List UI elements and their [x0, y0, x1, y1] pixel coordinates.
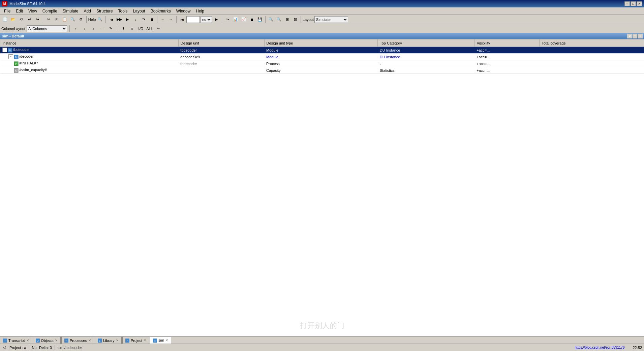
status-div1: [29, 345, 29, 350]
tab-processes[interactable]: P Processes ✕: [61, 337, 94, 344]
help-btn[interactable]: Help: [88, 16, 96, 23]
menu-view[interactable]: View: [26, 8, 40, 14]
time-unit-select[interactable]: nspsus: [201, 16, 212, 23]
find-button[interactable]: 🔍: [69, 16, 76, 23]
col-design-unit: Design unit: [178, 39, 264, 47]
i-btn[interactable]: I: [120, 25, 127, 32]
tab-close-processes[interactable]: ✕: [88, 339, 91, 342]
col-btn4[interactable]: −: [98, 25, 106, 32]
menu-help[interactable]: Help: [193, 8, 207, 14]
design-unit-cell: decoder3x8: [178, 54, 264, 60]
menu-bookmarks[interactable]: Bookmarks: [148, 8, 174, 14]
copy-button[interactable]: ⎘: [53, 16, 60, 23]
menu-tools[interactable]: Tools: [116, 8, 130, 14]
time-input[interactable]: 100: [186, 16, 200, 23]
coverage-button[interactable]: 📈: [240, 16, 247, 23]
col-btn2[interactable]: ↓: [81, 25, 88, 32]
tab-project[interactable]: P Project ✕: [122, 337, 149, 344]
search-tb-button[interactable]: 🔍: [96, 16, 104, 23]
tab-icon-transcript: T: [3, 338, 7, 343]
back-button[interactable]: ←: [159, 16, 166, 23]
zoom-in-button[interactable]: 🔍: [267, 16, 275, 23]
undo-button[interactable]: ↩: [26, 16, 33, 23]
collapse-icon[interactable]: −: [8, 54, 13, 59]
o-btn[interactable]: ○: [128, 25, 136, 32]
tab-objects[interactable]: O Objects ✕: [33, 337, 61, 344]
visibility-cell: +acc=...: [474, 54, 539, 60]
tab-close-objects[interactable]: ✕: [55, 339, 58, 342]
panel-close[interactable]: ✕: [638, 34, 643, 38]
table-row[interactable]: C #vsim_capacity#CapacityStatistics+acc=…: [0, 67, 644, 74]
all-btn[interactable]: ALL: [146, 25, 153, 32]
redo-button[interactable]: ↪: [34, 16, 41, 23]
paste-button[interactable]: 📋: [61, 16, 68, 23]
filter-btn[interactable]: ✏: [155, 25, 162, 32]
compile-all-button[interactable]: ⚙: [77, 16, 85, 23]
run-all-button[interactable]: ▶▶: [116, 16, 123, 23]
minimize-button[interactable]: −: [624, 1, 630, 6]
tab-transcript[interactable]: T Transcript ✕: [0, 337, 32, 344]
forward-button[interactable]: →: [167, 16, 175, 23]
open-button[interactable]: 📂: [9, 16, 17, 23]
status-arrow-left[interactable]: ◁: [2, 345, 7, 350]
collapse-icon[interactable]: −: [2, 48, 7, 52]
svg-text:T: T: [4, 340, 6, 342]
tab-sim[interactable]: s sim ✕: [150, 337, 171, 344]
project-status: Project : a: [9, 346, 26, 350]
tab-close-sim[interactable]: ✕: [165, 339, 168, 342]
col-total-coverage: Total coverage: [540, 39, 644, 47]
svg-text:M: M: [15, 56, 17, 59]
stop2-button[interactable]: ⏹: [248, 16, 255, 23]
menu-add[interactable]: Add: [81, 8, 94, 14]
maximize-button[interactable]: □: [631, 1, 636, 6]
menu-structure[interactable]: Structure: [94, 8, 116, 14]
menu-file[interactable]: File: [1, 8, 13, 14]
refresh-button[interactable]: ↺: [18, 16, 25, 23]
panel-maximize[interactable]: □: [633, 34, 637, 38]
tab-close-project[interactable]: ✕: [144, 339, 146, 342]
app-icon: M: [2, 1, 7, 6]
bp-button[interactable]: ⏭: [178, 16, 186, 23]
menu-simulate[interactable]: Simulate: [60, 8, 81, 14]
menu-compile[interactable]: Compile: [40, 8, 60, 14]
layout-label: Layout: [303, 18, 314, 22]
tab-label-sim: sim: [158, 338, 164, 342]
menu-edit[interactable]: Edit: [13, 8, 26, 14]
io-btn[interactable]: I/O: [137, 25, 145, 32]
tab-library[interactable]: L Library ✕: [95, 337, 122, 344]
zoom-out-button[interactable]: 🔍: [275, 16, 283, 23]
time-run-button[interactable]: ▶: [213, 16, 220, 23]
col-layout-select[interactable]: AllColumns: [27, 25, 67, 32]
tab-close-transcript[interactable]: ✕: [26, 339, 29, 342]
close-button[interactable]: ✕: [637, 1, 642, 6]
menu-layout[interactable]: Layout: [130, 8, 148, 14]
log-button[interactable]: 📊: [232, 16, 239, 23]
col-btn5[interactable]: ✎: [107, 25, 115, 32]
table-row[interactable]: − M idecoderdecoder3x8ModuleDU Instance+…: [0, 54, 644, 60]
restart-button[interactable]: ⏮: [108, 16, 115, 23]
zoom-sel-button[interactable]: ⊡: [292, 16, 299, 23]
run-button[interactable]: ▶: [124, 16, 131, 23]
sep5: [176, 16, 177, 23]
mem-button[interactable]: 💾: [256, 16, 264, 23]
design-unit-cell: [178, 67, 264, 74]
menu-window[interactable]: Window: [174, 8, 193, 14]
step-into-button[interactable]: ↓: [132, 16, 139, 23]
step-over-button[interactable]: ↷: [140, 16, 147, 23]
col-btn1[interactable]: ↑: [72, 25, 80, 32]
table-body: − M tbdecodertbdecoderModuleDU Instance+…: [0, 47, 644, 74]
col-top-category: Top Category: [378, 39, 474, 47]
instance-name: #vsim_capacity#: [20, 68, 47, 72]
status-div2: [55, 345, 55, 350]
layout-select[interactable]: SimulateWaveDebug: [314, 16, 348, 23]
new-button[interactable]: 📄: [1, 16, 9, 23]
tab-close-library[interactable]: ✕: [116, 339, 119, 342]
stop-button[interactable]: ⏸: [148, 16, 155, 23]
zoom-fit-button[interactable]: ⊞: [283, 16, 291, 23]
cut-button[interactable]: ✂: [45, 16, 52, 23]
col-btn3[interactable]: +: [90, 25, 97, 32]
table-row[interactable]: − M tbdecodertbdecoderModuleDU Instance+…: [0, 47, 644, 54]
table-row[interactable]: P #INITIAL#7tbdecoderProcess-+acc=...: [0, 60, 644, 67]
wave-button[interactable]: 〜: [224, 16, 231, 23]
panel-undock[interactable]: ⇗: [627, 34, 632, 38]
